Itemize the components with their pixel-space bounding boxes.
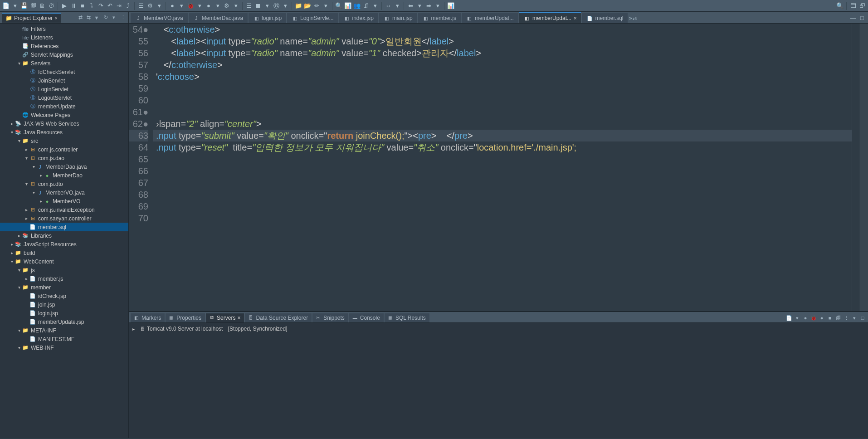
panel-button[interactable]: ⋮ [119,14,127,21]
toolbar-button[interactable]: ▾ [371,2,379,10]
tree-twisty[interactable]: ▾ [16,268,22,273]
panel-tool-button[interactable]: ■ [826,314,834,322]
tree-item[interactable]: ▾📁WebContent [0,257,128,266]
toolbar-button[interactable]: 🗐 [29,2,37,10]
tree-item[interactable]: ▸📁build [0,249,128,257]
panel-tool-button[interactable]: ▾ [851,314,858,322]
tree-twisty[interactable]: ▾ [16,345,22,350]
toolbar-button[interactable]: ⬅ [406,2,414,10]
tree-item[interactable]: 🔗Servlet Mappings [0,50,128,59]
bottom-tab[interactable]: ▬Console [349,313,384,322]
toolbar-button[interactable]: ▾ [434,2,442,10]
tree-twisty[interactable]: ▾ [16,328,22,333]
code-line[interactable]: 'c:choose> [153,71,852,83]
toolbar-button[interactable]: ⇵ [362,2,370,10]
toolbar-button[interactable]: ● [168,2,176,10]
tree-item[interactable]: ▸⊞com.js.invalidException [0,205,128,214]
code-line[interactable]: <c:otherwise> [153,24,852,35]
line-number[interactable]: 60 [129,94,148,106]
tree-twisty[interactable]: ▾ [24,181,29,186]
tree-item[interactable]: ▸⊞com.saeyan.controller [0,214,128,223]
line-number[interactable]: 58 [129,71,148,83]
editor-tab[interactable]: 📄member.sql [582,13,628,23]
bottom-tab[interactable]: ✂Snippets [312,313,348,322]
tree-item[interactable]: ⓈmemberUpdate [0,102,128,111]
line-number[interactable]: 59 [129,83,148,94]
toolbar-button[interactable]: 📁 [294,2,302,10]
toolbar-button[interactable]: 💾 [20,2,28,10]
toolbar-button[interactable]: ☰ [137,2,145,10]
tree-item[interactable]: ▾📁WEB-INF [0,343,128,352]
tree-item[interactable]: ▾📁js [0,266,128,274]
line-number[interactable]: 57 [129,59,148,71]
panel-tool-button[interactable]: ● [818,314,825,322]
bottom-tab[interactable]: ▦Properties [166,313,205,322]
line-number[interactable]: 65 [129,153,148,165]
editor-tab[interactable]: ◧LoginServle... [287,13,338,23]
tree-item[interactable]: ▸📚JavaScript Resources [0,240,128,249]
tree-item[interactable]: fileFilters [0,24,128,33]
toolbar-button[interactable]: 🗗 [858,2,866,10]
tree-item[interactable]: ▾📁src [0,137,128,145]
more-tabs-button[interactable]: »₁₆ [629,14,637,22]
line-number[interactable]: 70 [129,212,148,224]
toolbar-button[interactable]: ▾ [232,2,240,10]
code-line[interactable]: .nput type="reset" title="입력한 정보가 모두 지워집… [153,141,852,153]
tree-twisty[interactable]: ▾ [31,190,36,195]
toolbar-button[interactable]: ✏ [312,2,321,10]
toolbar-button[interactable]: 🔍 [836,2,844,10]
tree-item[interactable]: ⓈIdCheckServlet [0,68,128,76]
chevron-right-icon[interactable]: ▸ [132,327,138,332]
toolbar-button[interactable]: ▾ [195,2,204,10]
bottom-tab[interactable]: ▦SQL Results [385,313,429,322]
editor-tab[interactable]: ◧memberUpdat...× [519,12,581,23]
toolbar-button[interactable]: ↔ [384,2,392,10]
code-line[interactable] [153,200,852,212]
tree-item[interactable]: 📄member.sql [0,223,128,231]
line-number[interactable]: 68 [129,189,148,200]
bottom-tab[interactable]: 🖥Servers× [206,313,244,322]
tree-item[interactable]: ▾⊞com.js.dao [0,154,128,162]
tree-twisty[interactable]: ▸ [24,147,29,152]
tree-twisty[interactable]: ▾ [9,259,15,264]
toolbar-button[interactable]: ⤴ [124,2,132,10]
toolbar-button[interactable]: 🗎 [38,2,46,10]
code-line[interactable]: </c:otherwise> [153,59,852,71]
code-line[interactable] [153,177,852,189]
servers-view[interactable]: ▸ 🖥 Tomcat v9.0 Server at localhost [Sto… [129,323,868,438]
toolbar-button[interactable]: 👥 [353,2,361,10]
tree-twisty[interactable]: ▾ [31,164,36,169]
editor-tab[interactable]: JMemberVO.java [131,13,188,23]
line-number[interactable]: 61● [129,106,148,118]
line-number[interactable]: 66 [129,165,148,177]
panel-button[interactable]: ⇄ [77,14,84,21]
panel-tool-button[interactable]: □ [859,314,866,322]
panel-button[interactable]: ▼ [93,14,100,21]
toolbar-button[interactable]: ▾ [155,2,163,10]
toolbar-button[interactable]: ↶ [106,2,114,10]
code-line[interactable]: .nput type="submit" value="확인" onclick="… [153,130,852,141]
tree-item[interactable]: 📄MANIFEST.MF [0,335,128,343]
editor-tab[interactable]: ◧memberUpdat... [462,13,518,23]
tree-twisty[interactable]: ▸ [24,216,29,221]
tree-twisty[interactable]: ▸ [24,276,29,281]
tree-item[interactable]: 🌐Welcome Pages [0,111,128,119]
toolbar-button[interactable]: ■ [78,2,87,10]
tree-item[interactable]: ▾📚Java Resources [0,128,128,137]
tree-twisty[interactable]: ▸ [38,173,44,178]
panel-button[interactable]: ⇆ [85,14,92,21]
editor-tool-button[interactable]: □ [858,14,866,22]
editor-tool-button[interactable]: — [849,14,857,22]
tree-item[interactable]: ▾⊞com.js.dto [0,180,128,188]
panel-tool-button[interactable]: 🗐 [834,314,842,322]
toolbar-button[interactable]: ⚙ [223,2,231,10]
panel-button[interactable]: ▾ [110,14,117,21]
tree-item[interactable]: ⓈLogoutServlet [0,93,128,102]
tree-item[interactable]: 📄memberUpdate.jsp [0,317,128,326]
line-number[interactable]: 54● [129,24,148,35]
tree-item[interactable]: ▾📁member [0,283,128,292]
tree-item[interactable]: ⓈLoginServlet [0,85,128,93]
editor-tab[interactable]: ◧main.jsp [379,13,417,23]
server-row[interactable]: ▸ 🖥 Tomcat v9.0 Server at localhost [Sto… [132,325,864,333]
toolbar-button[interactable]: 📊 [344,2,352,10]
